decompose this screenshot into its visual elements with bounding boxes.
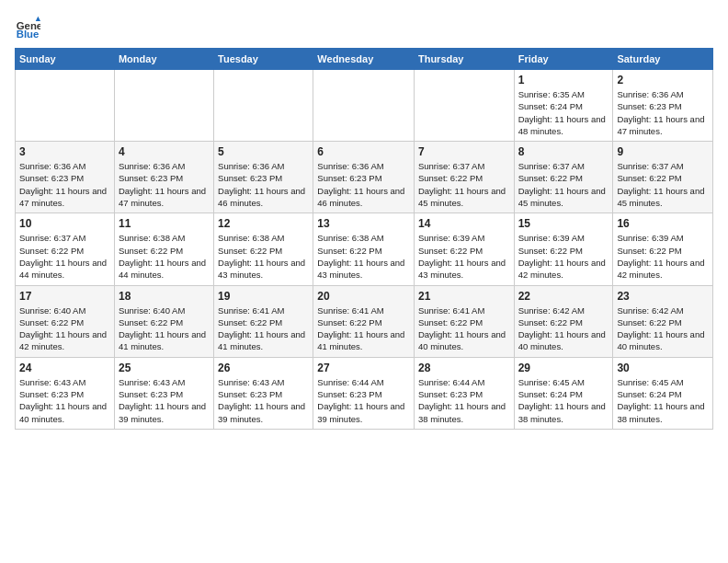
calendar-cell: 18Sunrise: 6:40 AM Sunset: 6:22 PM Dayli…	[114, 285, 213, 357]
logo-icon: General Blue	[15, 15, 40, 40]
calendar-cell	[214, 70, 313, 142]
day-info: Sunrise: 6:38 AM Sunset: 6:22 PM Dayligh…	[218, 232, 309, 281]
day-info: Sunrise: 6:36 AM Sunset: 6:23 PM Dayligh…	[119, 160, 210, 209]
logo: General Blue	[15, 15, 44, 40]
calendar-week-row: 3Sunrise: 6:36 AM Sunset: 6:23 PM Daylig…	[16, 142, 713, 213]
day-header-saturday: Saturday	[613, 49, 713, 70]
calendar-cell: 8Sunrise: 6:37 AM Sunset: 6:22 PM Daylig…	[514, 142, 613, 213]
calendar-cell: 11Sunrise: 6:38 AM Sunset: 6:22 PM Dayli…	[114, 213, 213, 285]
day-info: Sunrise: 6:45 AM Sunset: 6:24 PM Dayligh…	[617, 376, 709, 425]
day-number: 16	[617, 217, 709, 230]
calendar-cell: 4Sunrise: 6:36 AM Sunset: 6:23 PM Daylig…	[114, 142, 213, 213]
calendar-cell: 28Sunrise: 6:44 AM Sunset: 6:23 PM Dayli…	[414, 357, 514, 429]
day-info: Sunrise: 6:39 AM Sunset: 6:22 PM Dayligh…	[518, 232, 609, 281]
calendar-cell: 7Sunrise: 6:37 AM Sunset: 6:22 PM Daylig…	[414, 142, 514, 213]
day-number: 14	[418, 217, 510, 230]
calendar-cell: 12Sunrise: 6:38 AM Sunset: 6:22 PM Dayli…	[214, 213, 313, 285]
calendar-cell: 25Sunrise: 6:43 AM Sunset: 6:23 PM Dayli…	[114, 357, 213, 429]
day-info: Sunrise: 6:36 AM Sunset: 6:23 PM Dayligh…	[317, 160, 410, 209]
day-number: 22	[518, 290, 609, 303]
day-info: Sunrise: 6:44 AM Sunset: 6:23 PM Dayligh…	[418, 376, 510, 425]
calendar-cell: 29Sunrise: 6:45 AM Sunset: 6:24 PM Dayli…	[514, 357, 613, 429]
calendar-cell: 22Sunrise: 6:42 AM Sunset: 6:22 PM Dayli…	[514, 285, 613, 357]
day-info: Sunrise: 6:45 AM Sunset: 6:24 PM Dayligh…	[518, 376, 609, 425]
calendar-cell: 10Sunrise: 6:37 AM Sunset: 6:22 PM Dayli…	[16, 213, 115, 285]
calendar-cell: 30Sunrise: 6:45 AM Sunset: 6:24 PM Dayli…	[613, 357, 713, 429]
day-info: Sunrise: 6:41 AM Sunset: 6:22 PM Dayligh…	[317, 304, 410, 353]
day-info: Sunrise: 6:37 AM Sunset: 6:22 PM Dayligh…	[518, 160, 609, 209]
calendar-cell: 16Sunrise: 6:39 AM Sunset: 6:22 PM Dayli…	[613, 213, 713, 285]
day-info: Sunrise: 6:37 AM Sunset: 6:22 PM Dayligh…	[418, 160, 510, 209]
calendar-cell: 26Sunrise: 6:43 AM Sunset: 6:23 PM Dayli…	[214, 357, 313, 429]
day-number: 7	[418, 145, 510, 158]
calendar-cell: 19Sunrise: 6:41 AM Sunset: 6:22 PM Dayli…	[214, 285, 313, 357]
calendar-cell: 14Sunrise: 6:39 AM Sunset: 6:22 PM Dayli…	[414, 213, 514, 285]
calendar-cell: 23Sunrise: 6:42 AM Sunset: 6:22 PM Dayli…	[613, 285, 713, 357]
svg-text:Blue: Blue	[17, 29, 40, 40]
day-header-tuesday: Tuesday	[214, 49, 313, 70]
day-info: Sunrise: 6:44 AM Sunset: 6:23 PM Dayligh…	[317, 376, 410, 425]
day-info: Sunrise: 6:42 AM Sunset: 6:22 PM Dayligh…	[518, 304, 609, 353]
day-info: Sunrise: 6:41 AM Sunset: 6:22 PM Dayligh…	[418, 304, 510, 353]
day-info: Sunrise: 6:36 AM Sunset: 6:23 PM Dayligh…	[218, 160, 309, 209]
day-number: 18	[119, 290, 210, 303]
day-number: 26	[218, 362, 309, 374]
calendar-cell: 1Sunrise: 6:35 AM Sunset: 6:24 PM Daylig…	[514, 70, 613, 142]
day-info: Sunrise: 6:39 AM Sunset: 6:22 PM Dayligh…	[617, 232, 709, 281]
day-info: Sunrise: 6:36 AM Sunset: 6:23 PM Dayligh…	[19, 160, 110, 209]
calendar-cell: 9Sunrise: 6:37 AM Sunset: 6:22 PM Daylig…	[613, 142, 713, 213]
day-info: Sunrise: 6:37 AM Sunset: 6:22 PM Dayligh…	[617, 160, 709, 209]
calendar-cell	[16, 70, 115, 142]
day-header-friday: Friday	[514, 49, 613, 70]
day-header-wednesday: Wednesday	[313, 49, 415, 70]
day-number: 9	[617, 145, 709, 158]
day-number: 12	[218, 217, 309, 230]
day-number: 4	[119, 145, 210, 158]
day-number: 27	[317, 362, 410, 374]
day-number: 28	[418, 362, 510, 374]
calendar-cell: 21Sunrise: 6:41 AM Sunset: 6:22 PM Dayli…	[414, 285, 514, 357]
calendar-cell: 6Sunrise: 6:36 AM Sunset: 6:23 PM Daylig…	[313, 142, 415, 213]
day-number: 10	[19, 217, 110, 230]
day-number: 19	[218, 290, 309, 303]
calendar-cell: 20Sunrise: 6:41 AM Sunset: 6:22 PM Dayli…	[313, 285, 415, 357]
day-header-monday: Monday	[114, 49, 213, 70]
calendar-cell: 27Sunrise: 6:44 AM Sunset: 6:23 PM Dayli…	[313, 357, 415, 429]
day-number: 6	[317, 145, 410, 158]
calendar-cell	[313, 70, 415, 142]
day-info: Sunrise: 6:38 AM Sunset: 6:22 PM Dayligh…	[317, 232, 410, 281]
calendar-cell	[414, 70, 514, 142]
calendar-header-row: SundayMondayTuesdayWednesdayThursdayFrid…	[16, 49, 713, 70]
day-number: 3	[19, 145, 110, 158]
day-info: Sunrise: 6:42 AM Sunset: 6:22 PM Dayligh…	[617, 304, 709, 353]
day-header-sunday: Sunday	[16, 49, 115, 70]
day-number: 13	[317, 217, 410, 230]
day-number: 8	[518, 145, 609, 158]
calendar: SundayMondayTuesdayWednesdayThursdayFrid…	[15, 48, 713, 430]
day-number: 17	[19, 290, 110, 303]
day-info: Sunrise: 6:39 AM Sunset: 6:22 PM Dayligh…	[418, 232, 510, 281]
day-info: Sunrise: 6:38 AM Sunset: 6:22 PM Dayligh…	[119, 232, 210, 281]
day-number: 15	[518, 217, 609, 230]
day-info: Sunrise: 6:43 AM Sunset: 6:23 PM Dayligh…	[218, 376, 309, 425]
calendar-week-row: 10Sunrise: 6:37 AM Sunset: 6:22 PM Dayli…	[16, 213, 713, 285]
day-number: 29	[518, 362, 609, 374]
day-info: Sunrise: 6:43 AM Sunset: 6:23 PM Dayligh…	[119, 376, 210, 425]
day-number: 1	[518, 74, 609, 86]
day-info: Sunrise: 6:36 AM Sunset: 6:23 PM Dayligh…	[617, 88, 709, 137]
svg-marker-2	[36, 17, 40, 21]
calendar-week-row: 24Sunrise: 6:43 AM Sunset: 6:23 PM Dayli…	[16, 357, 713, 429]
calendar-cell: 3Sunrise: 6:36 AM Sunset: 6:23 PM Daylig…	[16, 142, 115, 213]
day-number: 21	[418, 290, 510, 303]
day-number: 25	[119, 362, 210, 374]
calendar-week-row: 17Sunrise: 6:40 AM Sunset: 6:22 PM Dayli…	[16, 285, 713, 357]
calendar-week-row: 1Sunrise: 6:35 AM Sunset: 6:24 PM Daylig…	[16, 70, 713, 142]
calendar-cell: 17Sunrise: 6:40 AM Sunset: 6:22 PM Dayli…	[16, 285, 115, 357]
calendar-cell: 13Sunrise: 6:38 AM Sunset: 6:22 PM Dayli…	[313, 213, 415, 285]
calendar-cell: 24Sunrise: 6:43 AM Sunset: 6:23 PM Dayli…	[16, 357, 115, 429]
day-info: Sunrise: 6:40 AM Sunset: 6:22 PM Dayligh…	[119, 304, 210, 353]
calendar-cell: 15Sunrise: 6:39 AM Sunset: 6:22 PM Dayli…	[514, 213, 613, 285]
day-info: Sunrise: 6:41 AM Sunset: 6:22 PM Dayligh…	[218, 304, 309, 353]
day-header-thursday: Thursday	[414, 49, 514, 70]
day-info: Sunrise: 6:43 AM Sunset: 6:23 PM Dayligh…	[19, 376, 110, 425]
